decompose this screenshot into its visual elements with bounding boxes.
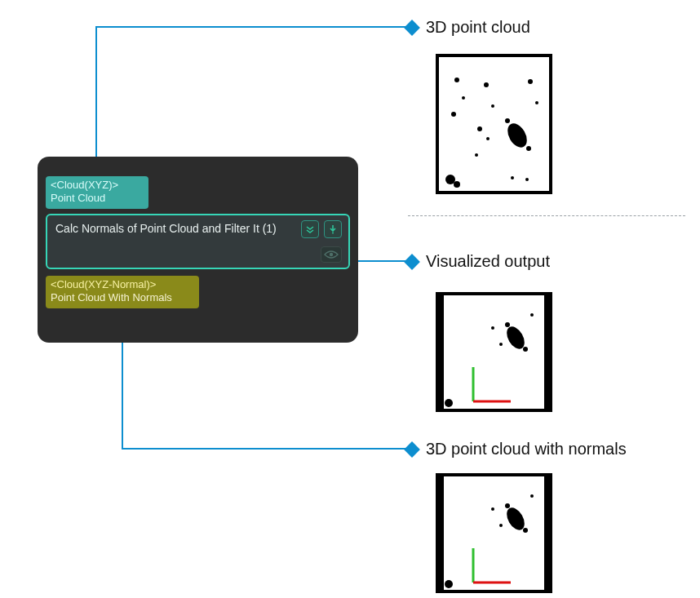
svg-point-2	[454, 78, 459, 82]
section-divider	[408, 215, 685, 216]
callout-output-text: 3D point cloud with normals	[426, 440, 627, 458]
svg-point-21	[445, 399, 453, 407]
node-title: Calc Normals of Point Cloud and Filter I…	[55, 222, 340, 235]
scatter-plot-icon	[439, 57, 549, 191]
svg-point-12	[503, 120, 530, 151]
svg-point-27	[530, 313, 534, 317]
callout-output: 3D point cloud with normals	[406, 440, 627, 458]
svg-point-24	[523, 347, 528, 352]
svg-point-14	[526, 146, 531, 151]
svg-point-36	[530, 494, 534, 498]
svg-point-25	[491, 326, 494, 330]
input-port[interactable]: <Cloud(XYZ)> Point Cloud	[46, 176, 148, 209]
svg-point-4	[451, 112, 456, 117]
step-node: <Cloud(XYZ)> Point Cloud Calc Normals of…	[38, 157, 358, 343]
expand-icon[interactable]	[301, 220, 319, 238]
svg-point-7	[484, 82, 489, 87]
preview-output-cloud	[436, 473, 552, 593]
output-port[interactable]: <Cloud(XYZ-Normal)> Point Cloud With Nor…	[46, 276, 199, 308]
input-port-name: Point Cloud	[51, 192, 144, 205]
svg-point-11	[486, 137, 490, 140]
callout-visualized: Visualized output	[406, 252, 550, 271]
svg-point-17	[525, 178, 529, 181]
axes-and-cloud-icon	[444, 295, 544, 409]
svg-point-3	[462, 96, 465, 100]
svg-point-6	[454, 181, 460, 188]
svg-point-23	[505, 322, 510, 327]
diamond-icon	[404, 20, 420, 36]
svg-point-1	[330, 253, 333, 256]
svg-point-10	[475, 153, 478, 157]
svg-point-0	[332, 233, 334, 234]
svg-point-8	[491, 104, 494, 108]
svg-point-13	[505, 118, 510, 123]
output-port-name: Point Cloud With Normals	[51, 291, 194, 304]
axes-and-cloud-icon	[444, 476, 544, 590]
svg-point-5	[445, 175, 455, 184]
svg-point-26	[499, 343, 503, 346]
diamond-icon	[404, 254, 420, 270]
svg-point-33	[523, 528, 528, 533]
input-port-type: <Cloud(XYZ)>	[51, 179, 144, 192]
preview-input-cloud	[436, 54, 552, 194]
visualize-output-icon[interactable]	[321, 246, 342, 263]
node-body[interactable]: Calc Normals of Point Cloud and Filter I…	[46, 214, 350, 269]
diamond-icon	[404, 441, 420, 458]
svg-point-30	[445, 580, 453, 588]
svg-point-34	[491, 507, 494, 511]
preview-visualized-output	[436, 292, 552, 412]
svg-point-32	[505, 503, 510, 508]
svg-point-18	[511, 176, 514, 179]
node-toolbar	[301, 220, 342, 238]
callout-input-text: 3D point cloud	[426, 18, 530, 37]
svg-point-9	[477, 126, 482, 131]
diagram-canvas: <Cloud(XYZ)> Point Cloud Calc Normals of…	[0, 0, 700, 598]
svg-point-35	[499, 524, 503, 527]
run-icon[interactable]	[324, 220, 342, 238]
callout-visualized-text: Visualized output	[426, 252, 550, 271]
output-port-type: <Cloud(XYZ-Normal)>	[51, 278, 194, 291]
svg-point-16	[535, 101, 538, 104]
svg-point-15	[528, 79, 533, 84]
callout-input: 3D point cloud	[406, 18, 530, 37]
